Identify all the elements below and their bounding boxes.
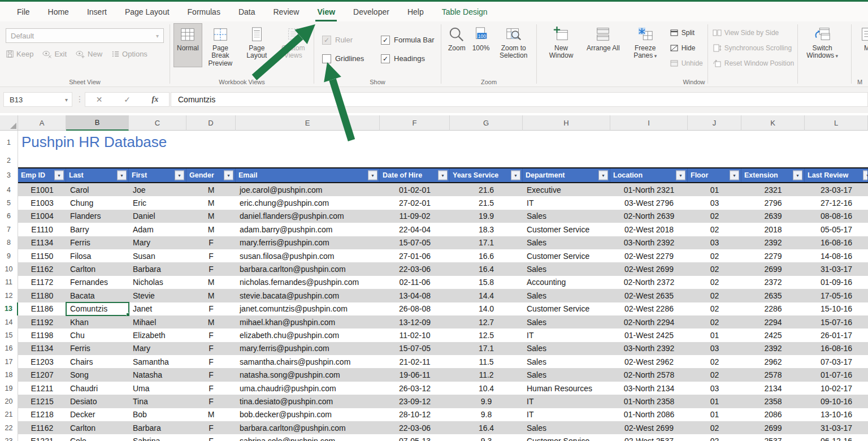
cell[interactable]: 01-02-01 [380, 183, 450, 196]
cell[interactable]: Customer Service [523, 249, 610, 262]
cell[interactable]: 28-10-12 [380, 408, 450, 421]
cell[interactable]: 02 [688, 210, 741, 223]
cell[interactable]: IT [523, 196, 610, 209]
cell[interactable]: Carlton [66, 262, 129, 275]
cell[interactable]: F [186, 302, 236, 315]
cell[interactable]: Ferris [66, 342, 129, 355]
tab-developer[interactable]: Developer [344, 2, 398, 21]
cell[interactable]: Elizabeth [129, 328, 186, 341]
column-header-a[interactable]: A [18, 115, 66, 131]
cell[interactable]: E1192 [18, 315, 66, 328]
cell[interactable]: 14.0 [450, 302, 523, 315]
cell[interactable]: sabrina.cole@pushpin.com [236, 434, 380, 441]
column-header-f[interactable]: F [380, 115, 450, 131]
cell[interactable]: Song [66, 368, 129, 381]
cell[interactable]: eric.chung@pushpin.com [236, 196, 380, 209]
row-header-22[interactable]: 22 [0, 421, 18, 434]
cell[interactable]: F [186, 368, 236, 381]
cell[interactable]: 01 [688, 395, 741, 408]
tab-formulas[interactable]: Formulas [179, 2, 229, 21]
cell[interactable]: elizabeth.chu@pushpin.com [236, 328, 380, 341]
filter-button[interactable]: ▼ [793, 171, 802, 180]
column-header-c[interactable]: C [129, 115, 186, 131]
column-header-k[interactable]: K [741, 115, 805, 131]
cell[interactable]: 01-North 2321 [610, 183, 688, 196]
row-header-14[interactable]: 14 [0, 315, 18, 328]
cell[interactable]: 02 [688, 289, 741, 302]
page-layout-button[interactable]: Page Layout [238, 23, 275, 67]
cell[interactable]: 03-North 2392 [610, 342, 688, 355]
row-header-21[interactable]: 21 [0, 408, 18, 421]
cell[interactable]: E1221 [18, 434, 66, 441]
cell[interactable]: 11-09-02 [380, 210, 450, 223]
unhide-button[interactable]: Unhide [670, 57, 703, 70]
reset-window-position-button[interactable]: Reset Window Position [713, 57, 794, 70]
formula-bar-grip[interactable]: ⋮ [76, 94, 83, 103]
cell[interactable]: bob.decker@pushpin.com [236, 408, 380, 421]
cell[interactable]: E1218 [18, 408, 66, 421]
cell[interactable]: 2294 [741, 315, 805, 328]
cell[interactable]: 22-03-06 [380, 262, 450, 275]
column-header-d[interactable]: D [186, 115, 236, 131]
cell[interactable]: samantha.chairs@pushpin.com [236, 355, 380, 368]
freeze-panes-button[interactable]: Freeze Panes ▾ [623, 23, 667, 79]
cell[interactable]: 10.4 [450, 382, 523, 395]
cell[interactable]: E1003 [18, 196, 66, 209]
cell[interactable]: 12.5 [450, 328, 523, 341]
cell[interactable]: 02-North 2578 [610, 368, 688, 381]
cell[interactable]: 21-02-11 [380, 355, 450, 368]
row-header-8[interactable]: 8 [0, 236, 18, 249]
cell[interactable]: F [186, 262, 236, 275]
cell[interactable]: Sales [523, 421, 610, 434]
cell[interactable]: Sales [523, 315, 610, 328]
cell[interactable]: 10-02-17 [805, 382, 868, 395]
column-header-b[interactable]: B [66, 115, 129, 131]
cell[interactable]: Stevie [129, 289, 186, 302]
cell[interactable]: Khan [66, 315, 129, 328]
cell[interactable]: 2018 [741, 223, 805, 236]
zoom-to-selection-button[interactable]: Zoom to Selection [493, 23, 534, 67]
cell[interactable]: E1207 [18, 368, 66, 381]
cancel-icon[interactable]: ✕ [96, 95, 103, 104]
row-header-20[interactable]: 20 [0, 395, 18, 408]
cell[interactable]: E1004 [18, 210, 66, 223]
cell[interactable]: F [186, 249, 236, 262]
cell[interactable]: Accounting [523, 276, 610, 289]
cell[interactable]: F [186, 342, 236, 355]
cell[interactable]: 31-03-17 [805, 262, 868, 275]
cell[interactable]: Ferris [66, 236, 129, 249]
cell[interactable]: 19-06-11 [380, 368, 450, 381]
cell[interactable]: 02-North 2294 [610, 315, 688, 328]
formula-input[interactable]: Comuntzis [171, 92, 868, 107]
cell[interactable]: 15.8 [450, 276, 523, 289]
cell[interactable]: 2639 [741, 210, 805, 223]
cell[interactable]: uma.chaudri@pushpin.com [236, 382, 380, 395]
cell[interactable]: Daniel [129, 210, 186, 223]
cell[interactable]: 07-03-17 [805, 355, 868, 368]
cell[interactable]: nicholas.fernandes@pushpin.com [236, 276, 380, 289]
filter-button[interactable]: ▼ [175, 171, 184, 180]
cell[interactable]: F [186, 382, 236, 395]
cell[interactable]: janet.comuntzis@pushpin.com [236, 302, 380, 315]
arrange-all-button[interactable]: Arrange All [583, 23, 623, 79]
cell[interactable]: 14.4 [450, 289, 523, 302]
cell[interactable]: Natasha [129, 368, 186, 381]
cell[interactable]: Desiato [66, 395, 129, 408]
cell[interactable]: Samantha [129, 355, 186, 368]
cell[interactable]: Barbara [129, 262, 186, 275]
cell[interactable]: 19.9 [450, 210, 523, 223]
row-header-7[interactable]: 7 [0, 223, 18, 236]
cell[interactable]: E1134 [18, 236, 66, 249]
row-header-16[interactable]: 16 [0, 342, 18, 355]
cell[interactable]: M [186, 210, 236, 223]
filter-button[interactable]: ▼ [224, 171, 233, 180]
tab-help[interactable]: Help [398, 2, 433, 21]
cell[interactable]: 01-West 2425 [610, 328, 688, 341]
cell[interactable]: tina.desiato@pushpin.com [236, 395, 380, 408]
cell[interactable]: M [186, 223, 236, 236]
gridlines-checkbox[interactable]: Gridlines [322, 49, 381, 68]
cell[interactable]: 02-West 2279 [610, 249, 688, 262]
cell[interactable]: barbara.carlton@pushpin.com [236, 262, 380, 275]
select-all-corner[interactable] [0, 115, 18, 131]
cell[interactable]: E1180 [18, 289, 66, 302]
